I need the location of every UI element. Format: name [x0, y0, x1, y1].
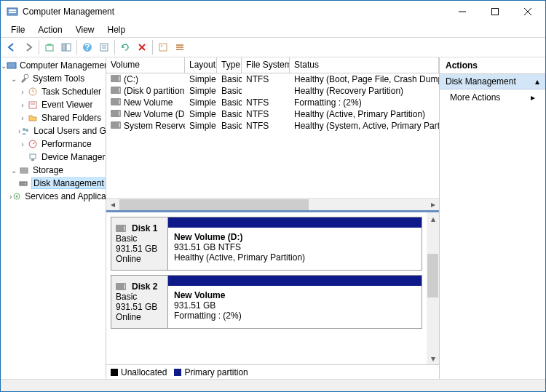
partition-bar: [168, 276, 422, 286]
partition-bar: [168, 217, 422, 228]
disk-info: Disk 2Basic931.51 GBOnline: [111, 276, 168, 328]
svg-rect-28: [29, 102, 36, 108]
svg-rect-36: [20, 168, 28, 170]
tree-label: Services and Application: [25, 191, 106, 201]
properties-button[interactable]: [155, 39, 171, 55]
scroll-left-icon[interactable]: ◂: [106, 199, 119, 211]
main-area: ⌄Computer Management (L ⌄System Tools ›T…: [1, 57, 545, 379]
svg-rect-7: [46, 45, 53, 51]
svg-rect-37: [20, 171, 28, 173]
refresh-button[interactable]: [117, 39, 133, 55]
tree-event-viewer[interactable]: ›Event Viewer: [1, 98, 106, 111]
svg-rect-23: [7, 63, 16, 68]
col-type[interactable]: Type: [217, 57, 242, 73]
disk-info: Disk 1Basic931.51 GBOnline: [111, 217, 168, 270]
settings-button[interactable]: [96, 39, 112, 55]
tree-label: Disk Management: [31, 177, 106, 189]
app-icon: [7, 6, 18, 17]
close-button[interactable]: [511, 1, 544, 23]
svg-point-24: [24, 74, 28, 79]
legend-unallocated: Unallocated: [121, 367, 167, 377]
disk-volume[interactable]: New Volume (D:)931.51 GB NTFSHealthy (Ac…: [168, 217, 422, 270]
svg-rect-22: [176, 49, 183, 50]
device-icon: [27, 151, 39, 163]
scroll-thumb[interactable]: [119, 199, 309, 210]
tree-performance[interactable]: ›Performance: [1, 137, 106, 151]
volume-row[interactable]: New VolumeSimpleBasicNTFSFormatting : (2…: [106, 97, 439, 108]
svg-rect-20: [176, 44, 183, 46]
tree-label: Performance: [41, 139, 92, 149]
minimize-button[interactable]: [446, 1, 478, 23]
forward-button[interactable]: [20, 39, 36, 55]
volume-row[interactable]: System ReservedSimpleBasicNTFSHealthy (S…: [106, 120, 439, 132]
toolbar-separator: [39, 40, 39, 55]
volume-row[interactable]: (C:)SimpleBasicNTFSHealthy (Boot, Page F…: [106, 73, 439, 85]
disk-volume[interactable]: New Volume931.51 GBFormatting : (2%): [168, 276, 422, 328]
svg-rect-13: [100, 44, 108, 51]
tree-local-users[interactable]: ›Local Users and Gro: [1, 124, 106, 137]
disk-icon: [111, 87, 121, 94]
disk-row[interactable]: Disk 1Basic931.51 GBOnlineNew Volume (D:…: [111, 217, 422, 271]
col-fs[interactable]: File System: [242, 57, 290, 73]
scroll-thumb[interactable]: [427, 254, 438, 297]
col-volume[interactable]: Volume: [106, 57, 185, 73]
volume-scrollbar[interactable]: ◂ ▸: [106, 198, 439, 210]
tree-disk-management[interactable]: Disk Management: [1, 177, 106, 190]
menu-view[interactable]: View: [70, 23, 100, 36]
legend-swatch-primary: [174, 369, 181, 376]
tree-storage[interactable]: ⌄Storage: [1, 164, 106, 177]
delete-button[interactable]: [134, 39, 150, 55]
help-button[interactable]: ?: [79, 39, 95, 55]
scroll-up-icon[interactable]: ▴: [427, 212, 439, 225]
legend: Unallocated Primary partition: [106, 364, 439, 379]
toolbar: ?: [1, 37, 545, 57]
graphical-view: Disk 1Basic931.51 GBOnlineNew Volume (D:…: [106, 210, 439, 379]
tree-services[interactable]: ›Services and Application: [1, 190, 106, 203]
volume-row[interactable]: New Volume (D:)SimpleBasicNTFSHealthy (A…: [106, 108, 439, 120]
collapse-icon: ▴: [535, 76, 539, 87]
tree-device-manager[interactable]: Device Manager: [1, 151, 106, 164]
maximize-button[interactable]: [478, 1, 511, 23]
graphical-scrollbar[interactable]: ▴ ▾: [427, 212, 439, 364]
col-layout[interactable]: Layout: [185, 57, 217, 73]
svg-rect-18: [159, 44, 167, 51]
tree-root-label: Computer Management (L: [20, 60, 106, 71]
disk-rows: Disk 1Basic931.51 GBOnlineNew Volume (D:…: [106, 212, 427, 364]
chevron-right-icon: ▸: [531, 92, 535, 103]
window-bottom-scrollbar[interactable]: [1, 379, 545, 391]
back-button[interactable]: [4, 39, 20, 55]
up-button[interactable]: [41, 39, 58, 55]
menu-help[interactable]: Help: [102, 23, 132, 36]
volume-row[interactable]: (Disk 0 partition 3)SimpleBasicHealthy (…: [106, 85, 439, 97]
toolbar-separator: [114, 40, 115, 55]
svg-rect-10: [66, 44, 71, 51]
disk-row[interactable]: Disk 2Basic931.51 GBOnlineNew Volume931.…: [111, 275, 422, 329]
menu-file[interactable]: File: [5, 23, 31, 36]
svg-rect-21: [176, 47, 183, 48]
disk-mgmt-icon: [18, 177, 28, 189]
svg-rect-9: [62, 44, 66, 51]
tree-label: Local Users and Gro: [33, 126, 106, 136]
tree-task-scheduler[interactable]: ›Task Scheduler: [1, 85, 106, 98]
disk-icon: [111, 98, 121, 105]
tree-system-tools[interactable]: ⌄System Tools: [1, 72, 106, 85]
menu-action[interactable]: Action: [32, 23, 68, 36]
volume-rows: (C:)SimpleBasicNTFSHealthy (Boot, Page F…: [106, 73, 439, 132]
list-button[interactable]: [172, 39, 188, 55]
col-status[interactable]: Status: [290, 57, 439, 73]
svg-rect-8: [47, 44, 52, 46]
show-hide-tree-button[interactable]: [58, 39, 74, 55]
disk-icon: [111, 75, 121, 82]
svg-rect-35: [31, 159, 34, 161]
tree-label: Task Scheduler: [41, 87, 101, 97]
services-icon: [12, 191, 22, 202]
actions-more[interactable]: More Actions ▸: [440, 89, 545, 105]
scroll-right-icon[interactable]: ▸: [427, 199, 439, 211]
legend-swatch-unallocated: [111, 369, 118, 376]
actions-more-label: More Actions: [450, 92, 500, 103]
tree-shared-folders[interactable]: ›Shared Folders: [1, 111, 106, 124]
computer-icon: [7, 60, 17, 71]
scroll-down-icon[interactable]: ▾: [427, 352, 439, 364]
actions-disk-management[interactable]: Disk Management ▴: [440, 74, 545, 89]
tree-root[interactable]: ⌄Computer Management (L: [1, 59, 106, 72]
